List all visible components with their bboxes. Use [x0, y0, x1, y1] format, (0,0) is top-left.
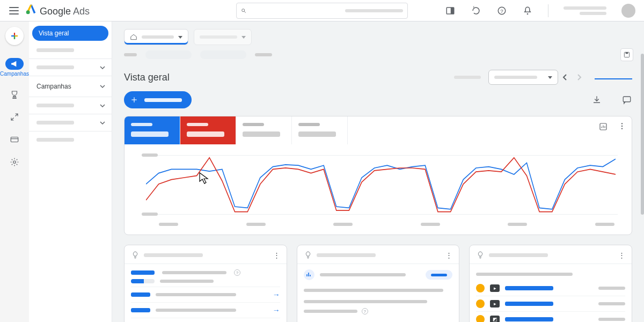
metric-tab-3[interactable]	[236, 116, 292, 144]
info-icon[interactable]: ?	[362, 308, 368, 314]
svg-point-22	[621, 126, 623, 127]
x-tick	[421, 223, 440, 226]
video-badge-icon: ▸	[490, 300, 500, 308]
divider	[29, 131, 112, 131]
assets-card: ⋮ ▸ ▸	[469, 245, 632, 322]
rail-goals[interactable]	[10, 90, 19, 99]
date-range-picker[interactable]	[488, 70, 558, 85]
breadcrumb	[124, 50, 632, 59]
svg-point-14	[13, 161, 16, 164]
product-name: Google Ads	[40, 6, 90, 17]
asset-row[interactable]: ▸	[476, 296, 625, 312]
user-avatar[interactable]	[621, 4, 635, 18]
sidebar-item[interactable]	[29, 134, 112, 146]
svg-point-7	[527, 13, 529, 14]
scope-account[interactable]	[124, 29, 188, 45]
divider	[548, 4, 548, 17]
x-tick	[595, 223, 614, 226]
icon-rail: Campanhas	[0, 21, 29, 322]
rail-campaigns[interactable]: Campanhas	[0, 58, 29, 77]
sidebar-item[interactable]	[29, 99, 112, 112]
refresh-icon[interactable]	[471, 5, 481, 16]
svg-point-1	[242, 9, 245, 11]
insight-chip[interactable]	[426, 270, 452, 280]
feedback-icon[interactable]	[621, 94, 632, 105]
lightbulb-icon	[304, 251, 312, 259]
card-menu[interactable]: ⋮	[273, 251, 280, 259]
tools-icon	[10, 112, 19, 122]
divider	[29, 114, 112, 114]
date-prev[interactable]	[558, 70, 572, 84]
product-logo[interactable]: Google Ads	[26, 4, 90, 17]
sidebar-campaigns[interactable]: Campanhas	[29, 78, 112, 94]
recommendations-card: ⋮ ? → → →	[124, 245, 287, 322]
date-next[interactable]	[572, 70, 586, 84]
svg-rect-4	[451, 8, 454, 14]
recommendation-item[interactable]: →	[131, 318, 280, 322]
create-button[interactable]	[5, 27, 24, 45]
expand-chart-icon[interactable]	[598, 122, 608, 131]
divider	[29, 76, 112, 76]
action-row	[124, 91, 632, 108]
asset-row[interactable]: ◩	[476, 312, 625, 322]
chevron-down-icon	[100, 103, 105, 108]
plus-icon	[129, 95, 139, 105]
account-switcher[interactable]	[564, 6, 606, 15]
metric-tab-4[interactable]	[292, 116, 348, 144]
trophy-icon	[10, 90, 19, 99]
metric-tab-1[interactable]	[125, 116, 180, 144]
scrollbar[interactable]	[641, 54, 644, 215]
card-menu[interactable]: ⋮	[445, 251, 452, 259]
active-range-indicator	[595, 75, 632, 79]
svg-text:?: ?	[500, 8, 503, 13]
card-menu-icon[interactable]	[618, 122, 626, 130]
lightbulb-icon	[476, 251, 485, 259]
appearance-icon[interactable]	[445, 5, 456, 16]
search-box[interactable]	[236, 3, 408, 19]
rail-billing[interactable]	[10, 135, 19, 144]
metric-tab-2[interactable]	[180, 116, 236, 144]
chart-mini-icon	[304, 269, 314, 280]
line-chart	[125, 144, 632, 235]
download-icon[interactable]	[591, 94, 602, 105]
rail-tools[interactable]	[10, 112, 19, 122]
recommendation-item[interactable]	[131, 276, 280, 287]
status-dot-icon	[476, 315, 485, 322]
new-button-label-ghost	[144, 98, 182, 102]
asset-row[interactable]: ▸	[476, 281, 625, 296]
new-campaign-button[interactable]	[124, 91, 192, 108]
image-badge-icon: ◩	[490, 316, 500, 322]
sidebar-overview[interactable]: Vista geral	[32, 26, 108, 41]
help-icon[interactable]: ?	[496, 5, 507, 16]
svg-point-0	[26, 10, 30, 14]
status-dot-icon	[476, 299, 485, 308]
card-menu[interactable]: ⋮	[618, 251, 625, 259]
megaphone-icon	[10, 60, 19, 68]
save-layout-button[interactable]	[620, 48, 633, 61]
notifications-icon[interactable]	[522, 5, 533, 16]
svg-rect-12	[11, 137, 18, 142]
svg-line-2	[244, 11, 246, 13]
summary-chart-card	[124, 116, 632, 235]
title-row: Vista geral	[124, 70, 632, 85]
save-icon	[623, 51, 631, 58]
search-input[interactable]	[251, 6, 341, 14]
info-icon[interactable]: ?	[234, 269, 240, 276]
rail-admin[interactable]	[10, 157, 19, 167]
x-tick	[333, 223, 353, 226]
divider	[29, 97, 112, 97]
metric-tabs	[125, 116, 632, 144]
compare-label-ghost	[454, 76, 481, 79]
sidebar-item[interactable]	[29, 44, 112, 56]
sidebar-item[interactable]	[29, 61, 112, 74]
x-tick	[159, 223, 178, 226]
recommendation-item[interactable]: →	[131, 287, 280, 303]
gear-icon	[10, 157, 19, 167]
cards-row: ⋮ ? → → → ⋮	[124, 245, 632, 322]
main-menu-icon[interactable]	[9, 5, 19, 16]
svg-point-23	[621, 128, 623, 129]
sidebar-item[interactable]	[29, 116, 112, 129]
scope-row	[124, 29, 632, 45]
scope-campaign[interactable]	[194, 29, 252, 45]
recommendation-item[interactable]: →	[131, 303, 280, 318]
